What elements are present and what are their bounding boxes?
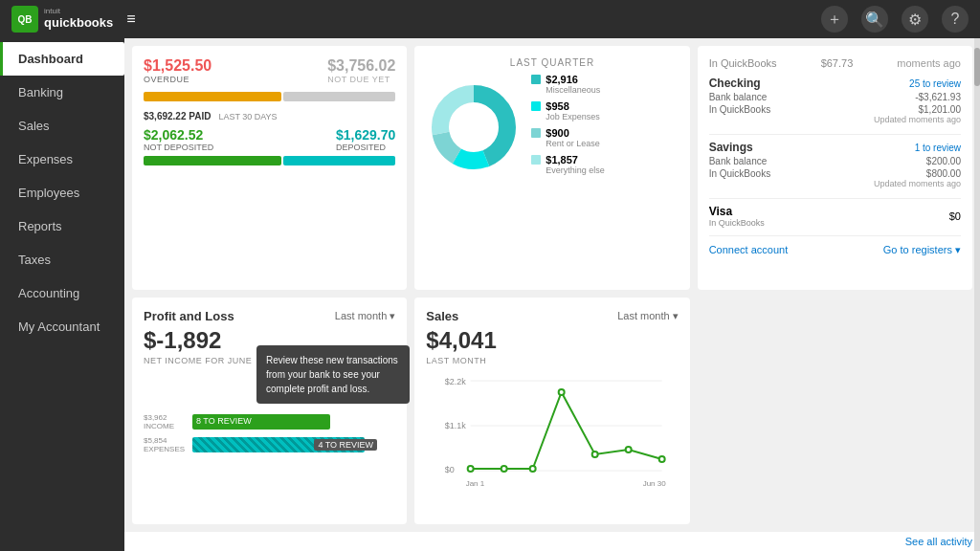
bank-header-amount: $67.73 <box>821 57 854 69</box>
deposited-bar <box>283 156 396 165</box>
bank-header-time: moments ago <box>897 57 961 69</box>
expenses-donut-card: LAST QUARTER <box>414 46 689 290</box>
pl-period: Last month ▾ <box>335 310 395 322</box>
savings-qb-label: In QuickBooks <box>709 168 770 179</box>
checking-account-row: Checking 25 to review Bank balance -$3,6… <box>709 77 961 124</box>
overdue-label: OVERDUE <box>144 75 212 84</box>
svg-point-15 <box>559 389 565 395</box>
svg-text:Jun 30: Jun 30 <box>643 479 667 488</box>
sales-sublabel: LAST MONTH <box>426 356 678 365</box>
svg-point-17 <box>626 447 632 452</box>
top-bar: QB intuit quickbooks ≡ ＋ 🔍 ⚙ ? <box>0 0 980 38</box>
connect-account-button[interactable]: Connect account <box>709 244 789 256</box>
savings-bank-balance: $200.00 <box>926 156 961 166</box>
svg-text:$1.1k: $1.1k <box>445 421 467 430</box>
bank-accounts-card: In QuickBooks $67.73 moments ago Checkin… <box>698 46 972 290</box>
deposited-amount: $1,629.70 <box>336 127 395 143</box>
svg-point-13 <box>501 466 507 472</box>
overdue-bar <box>144 92 281 101</box>
donut-chart <box>426 79 522 175</box>
bank-header-label: In QuickBooks <box>709 57 777 69</box>
add-icon[interactable]: ＋ <box>821 6 848 33</box>
legend-amount-2: $958 <box>546 100 600 112</box>
sidebar-item-sales[interactable]: Sales <box>0 109 124 143</box>
sales-period: Last month ▾ <box>617 310 678 322</box>
legend-color-1 <box>531 75 541 84</box>
expenses-label: $5,854EXPENSES <box>144 436 187 453</box>
svg-point-16 <box>592 452 598 457</box>
checking-updated: Updated moments ago <box>709 115 961 124</box>
checking-qb-balance: $1,201.00 <box>919 104 962 115</box>
tooltip-text: Review these new transactions from your … <box>266 355 398 394</box>
savings-bank-balance-label: Bank balance <box>709 156 768 166</box>
paid-amount: $3,692.22 PAID <box>144 111 211 121</box>
not-deposited-amount: $2,062.52 <box>144 127 213 143</box>
gear-icon[interactable]: ⚙ <box>902 6 928 33</box>
scrollbar[interactable] <box>974 38 980 551</box>
scrollbar-thumb[interactable] <box>974 48 980 86</box>
notdue-label: NOT DUE YET <box>327 75 395 84</box>
sales-title: Sales <box>426 309 458 323</box>
empty-cell <box>698 298 972 524</box>
svg-text:$2.2k: $2.2k <box>445 377 467 386</box>
sales-card: Sales Last month ▾ $4,041 LAST MONTH $2.… <box>414 298 689 524</box>
savings-review[interactable]: 1 to review <box>915 143 961 153</box>
svg-text:Jan 1: Jan 1 <box>466 479 485 488</box>
legend-color-3 <box>531 128 541 138</box>
not-deposited-label: NOT DEPOSITED <box>144 143 213 152</box>
sidebar-item-accounting[interactable]: Accounting <box>0 276 124 310</box>
see-all-activity[interactable]: See all activity <box>124 532 980 551</box>
legend-color-4 <box>531 155 541 165</box>
checking-bank-balance: -$3,621.93 <box>915 92 961 102</box>
sidebar-item-expenses[interactable]: Expenses <box>0 143 124 176</box>
sidebar-item-reports[interactable]: Reports <box>0 209 124 243</box>
sidebar-item-dashboard[interactable]: Dashboard <box>0 42 124 76</box>
search-icon[interactable]: 🔍 <box>861 6 888 33</box>
donut-legend: $2,916Miscellaneous $958Job Expenses $90… <box>531 74 678 181</box>
sidebar: Dashboard Banking Sales Expenses Employe… <box>0 38 124 551</box>
not-deposited-bar <box>144 156 281 165</box>
legend-amount-3: $900 <box>546 127 600 139</box>
go-to-registers-button[interactable]: Go to registers ▾ <box>883 244 961 256</box>
profit-loss-card: Profit and Loss Last month ▾ $-1,892 NET… <box>132 298 407 524</box>
sidebar-item-banking[interactable]: Banking <box>0 76 124 109</box>
visa-sub: In QuickBooks <box>709 218 765 228</box>
svg-point-12 <box>468 466 474 472</box>
visa-name: Visa <box>709 205 765 218</box>
checking-name: Checking <box>709 77 761 90</box>
checking-qb-label: In QuickBooks <box>709 104 770 115</box>
legend-amount-1: $2,916 <box>546 74 600 85</box>
review-badge-1: 8 TO REVIEW <box>196 416 252 426</box>
notdue-amount: $3,756.02 <box>327 57 395 75</box>
overdue-amount: $1,525.50 <box>144 57 212 75</box>
svg-text:$0: $0 <box>445 465 455 474</box>
savings-name: Savings <box>709 141 753 154</box>
savings-updated: Updated moments ago <box>709 179 961 188</box>
sales-amount: $4,041 <box>426 327 678 354</box>
sidebar-item-employees[interactable]: Employees <box>0 176 124 209</box>
invoices-card: $1,525.50 OVERDUE $3,756.02 NOT DUE YET <box>132 46 407 290</box>
pl-title: Profit and Loss <box>144 309 234 323</box>
visa-amount: $0 <box>949 210 961 222</box>
svg-point-5 <box>451 104 497 150</box>
visa-account-row: Visa In QuickBooks $0 <box>709 205 961 228</box>
content-area: $1,525.50 OVERDUE $3,756.02 NOT DUE YET <box>124 38 980 551</box>
legend-color-2 <box>531 101 541 111</box>
legend-amount-4: $1,857 <box>546 154 605 165</box>
logo-quickbooks: quickbooks <box>44 16 113 30</box>
income-label: $3,962INCOME <box>144 413 187 430</box>
donut-title: LAST QUARTER <box>426 57 678 68</box>
dashboard-grid: $1,525.50 OVERDUE $3,756.02 NOT DUE YET <box>124 38 980 532</box>
sidebar-item-my-accountant[interactable]: My Accountant <box>0 310 124 343</box>
svg-point-18 <box>659 456 665 462</box>
help-icon[interactable]: ? <box>942 6 969 33</box>
legend-desc-1: Miscellaneous <box>546 85 600 95</box>
sidebar-item-taxes[interactable]: Taxes <box>0 243 124 276</box>
hamburger-menu[interactable]: ≡ <box>126 11 135 28</box>
logo: QB intuit quickbooks <box>11 6 113 33</box>
logo-icon: QB <box>11 6 38 33</box>
checking-review[interactable]: 25 to review <box>909 78 961 89</box>
tooltip: Review these new transactions from your … <box>256 345 410 404</box>
deposited-label: DEPOSITED <box>336 143 395 152</box>
notdue-bar <box>283 92 396 101</box>
